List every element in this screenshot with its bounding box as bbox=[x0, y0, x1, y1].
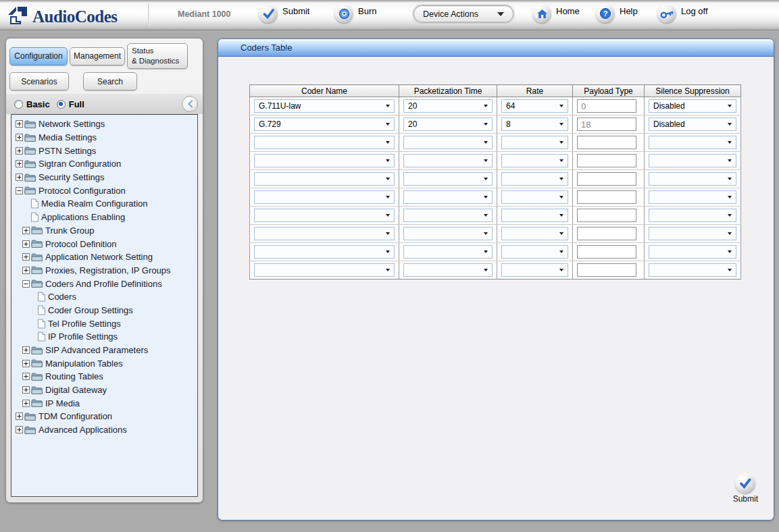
tree-item-label[interactable]: Media Settings bbox=[38, 132, 97, 142]
tree-item-label[interactable]: Proxies, Registration, IP Groups bbox=[45, 265, 170, 275]
tree-item-applications-enabling[interactable]: Applications Enabling bbox=[11, 211, 197, 224]
tree-expander-icon[interactable] bbox=[16, 147, 23, 155]
tree-item-ip-media[interactable]: IP Media bbox=[11, 396, 197, 410]
tree-item-proxies-registration-ip-groups[interactable]: Proxies, Registration, IP Groups bbox=[11, 264, 197, 277]
tree-item-coder-group-settings[interactable]: Coder Group Settings bbox=[11, 304, 197, 317]
tree-item-label[interactable]: PSTN Settings bbox=[38, 146, 96, 156]
coder-name-select[interactable] bbox=[254, 154, 395, 167]
tree-item-label[interactable]: IP Profile Settings bbox=[47, 331, 118, 342]
submit-page-button[interactable]: Submit bbox=[733, 473, 758, 504]
payload-type-input[interactable] bbox=[577, 245, 636, 259]
silence-suppression-select[interactable] bbox=[649, 245, 736, 259]
tree-item-protocol-configuration[interactable]: Protocol Configuration bbox=[11, 184, 197, 197]
tree-expander-icon[interactable] bbox=[22, 227, 30, 234]
tree-item-label[interactable]: Media Realm Configuration bbox=[41, 198, 148, 209]
rate-select[interactable] bbox=[501, 172, 568, 186]
payload-type-input[interactable] bbox=[577, 190, 636, 204]
tree-expander-icon[interactable] bbox=[22, 360, 30, 367]
payload-type-input[interactable] bbox=[577, 263, 636, 277]
tree-item-label[interactable]: Coder Group Settings bbox=[47, 305, 133, 315]
coder-name-select[interactable] bbox=[254, 245, 395, 259]
silence-suppression-select[interactable] bbox=[649, 136, 736, 149]
payload-type-input[interactable] bbox=[577, 117, 636, 131]
tree-expander-icon[interactable] bbox=[22, 267, 30, 274]
tree-item-coders-and-profile-definitions[interactable]: Coders And Profile Definitions bbox=[11, 277, 197, 290]
tree-item-label[interactable]: Security Settings bbox=[38, 172, 105, 182]
silence-suppression-select[interactable] bbox=[649, 190, 736, 204]
tree-item-sip-advanced-parameters[interactable]: SIP Advanced Parameters bbox=[11, 344, 197, 357]
tree-expander-icon[interactable] bbox=[16, 413, 23, 420]
tab-management[interactable]: Management bbox=[70, 47, 125, 65]
tree-expander-icon[interactable] bbox=[22, 346, 30, 354]
tree-item-network-settings[interactable]: Network Settings bbox=[11, 117, 197, 131]
tree-item-label[interactable]: Application Network Setting bbox=[45, 252, 153, 262]
rate-select[interactable] bbox=[501, 227, 568, 240]
submit-toolbar-button[interactable]: Submit bbox=[259, 4, 309, 23]
tree-item-routing-tables[interactable]: Routing Tables bbox=[11, 370, 197, 383]
packetization-time-select[interactable] bbox=[403, 245, 493, 259]
rate-select[interactable] bbox=[501, 154, 568, 167]
tree-item-media-settings[interactable]: Media Settings bbox=[11, 131, 197, 144]
tree-item-digital-gateway[interactable]: Digital Gateway bbox=[11, 383, 197, 397]
tree-item-label[interactable]: Digital Gateway bbox=[45, 385, 107, 395]
packetization-time-select[interactable]: 20 bbox=[403, 99, 493, 113]
payload-type-input[interactable] bbox=[577, 227, 636, 240]
tree-item-application-network-setting[interactable]: Application Network Setting bbox=[11, 250, 197, 264]
tab-configuration[interactable]: Configuration bbox=[9, 47, 68, 65]
tree-expander-icon[interactable] bbox=[16, 120, 23, 128]
coder-name-select[interactable]: G.711U-law bbox=[254, 99, 395, 113]
coder-name-select[interactable] bbox=[254, 227, 395, 240]
packetization-time-select[interactable]: 20 bbox=[403, 117, 493, 131]
help-button[interactable]: ? Help bbox=[596, 4, 638, 23]
coder-name-select[interactable]: G.729 bbox=[254, 117, 395, 131]
tree-expander-icon[interactable] bbox=[22, 386, 30, 394]
tab-status-diagnostics[interactable]: Status & Diagnostics bbox=[127, 43, 188, 69]
rate-select[interactable] bbox=[501, 136, 568, 149]
tree-item-label[interactable]: SIP Advanced Parameters bbox=[45, 345, 148, 355]
tree-item-protocol-definition[interactable]: Protocol Definition bbox=[11, 237, 197, 250]
packetization-time-select[interactable] bbox=[403, 154, 493, 167]
tree-item-advanced-applications[interactable]: Advanced Applications bbox=[11, 423, 197, 437]
tree-item-label[interactable]: Tel Profile Settings bbox=[47, 319, 121, 329]
coder-name-select[interactable] bbox=[254, 190, 395, 204]
home-button[interactable]: Home bbox=[532, 4, 580, 23]
rate-select[interactable]: 64 bbox=[501, 99, 568, 113]
tree-item-label[interactable]: Trunk Group bbox=[45, 225, 95, 236]
payload-type-input[interactable] bbox=[577, 172, 636, 186]
packetization-time-select[interactable] bbox=[403, 209, 493, 222]
tree-item-label[interactable]: Advanced Applications bbox=[38, 425, 127, 435]
logoff-button[interactable]: Log off bbox=[657, 4, 708, 23]
tree-expander-icon[interactable] bbox=[16, 174, 23, 181]
tree-expander-icon[interactable] bbox=[16, 426, 23, 433]
tree-item-tdm-configuration[interactable]: TDM Configuration bbox=[11, 410, 197, 423]
tree-item-label[interactable]: Coders bbox=[47, 292, 76, 302]
packetization-time-select[interactable] bbox=[403, 136, 493, 149]
tree-item-label[interactable]: IP Media bbox=[45, 398, 80, 408]
coder-name-select[interactable] bbox=[254, 263, 395, 277]
tree-item-tel-profile-settings[interactable]: Tel Profile Settings bbox=[11, 317, 197, 330]
tab-search[interactable]: Search bbox=[83, 72, 137, 90]
tree-expander-icon[interactable] bbox=[22, 253, 30, 261]
tree-item-label[interactable]: Manipulation Tables bbox=[45, 358, 123, 369]
coder-name-select[interactable] bbox=[254, 172, 395, 186]
silence-suppression-select[interactable] bbox=[649, 209, 736, 222]
tree-item-ip-profile-settings[interactable]: IP Profile Settings bbox=[11, 330, 197, 344]
tree-item-label[interactable]: Routing Tables bbox=[45, 371, 103, 381]
burn-button[interactable]: Burn bbox=[334, 4, 376, 23]
tree-expander-icon[interactable] bbox=[22, 240, 30, 248]
tree-item-label[interactable]: Protocol Definition bbox=[45, 239, 117, 249]
rate-select[interactable] bbox=[501, 190, 568, 204]
tree-item-label[interactable]: Coders And Profile Definitions bbox=[45, 279, 162, 289]
tree-expander-icon[interactable] bbox=[16, 160, 23, 167]
rate-select[interactable] bbox=[501, 209, 568, 222]
tree-item-label[interactable]: Applications Enabling bbox=[41, 212, 125, 222]
silence-suppression-select[interactable]: Disabled bbox=[649, 99, 736, 113]
tree-item-media-realm-configuration[interactable]: Media Realm Configuration bbox=[11, 197, 197, 211]
tree-item-coders[interactable]: Coders bbox=[11, 290, 197, 304]
tree-item-manipulation-tables[interactable]: Manipulation Tables bbox=[11, 356, 197, 370]
payload-type-input[interactable] bbox=[577, 99, 636, 113]
tree-item-pstn-settings[interactable]: PSTN Settings bbox=[11, 144, 197, 157]
silence-suppression-select[interactable] bbox=[649, 154, 736, 167]
tree-expander-icon[interactable] bbox=[22, 373, 30, 380]
radio-full[interactable]: Full bbox=[57, 99, 84, 109]
